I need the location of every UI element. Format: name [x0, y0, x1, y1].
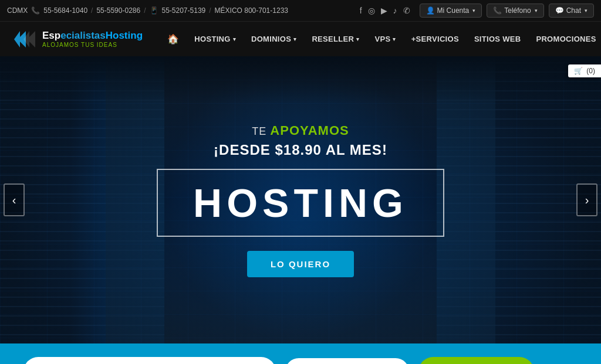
phone-mx: MÉXICO 800-701-1233 [215, 6, 288, 15]
domain-input-wrap: www. .com .mx .net .org .info .biz [23, 357, 276, 365]
nav-servicios[interactable]: +SERVICIOS [404, 30, 466, 48]
chevron-down-icon: ▾ [233, 36, 236, 42]
hero-section: 🛒 (0) ‹ › TE APOYAMOS ¡DESDE $18.90 AL M… [0, 56, 601, 343]
nav-promociones[interactable]: PROMOCIONES [529, 30, 601, 48]
domain-search-button[interactable]: 🔍 BUSCAR DOMINIO [284, 357, 410, 365]
tiktok-icon[interactable]: ♪ [393, 6, 397, 15]
logo[interactable]: EspecialistasHosting ALOJAMOS TUS IDEAS [12, 26, 143, 52]
chevron-down-icon: ▾ [393, 36, 396, 42]
cdmx-label: CDMX [7, 6, 28, 15]
chat-label: Chat [566, 6, 581, 15]
nav-links: 🏠 HOSTING ▾ DOMINIOS ▾ RESELLER ▾ VPS ▾ … [160, 29, 601, 49]
logo-text: EspecialistasHosting ALOJAMOS TUS IDEAS [42, 30, 143, 48]
phone2: 55-5590-0286 [96, 6, 140, 15]
hero-cta-button[interactable]: LO QUIERO [247, 251, 354, 277]
cart-icon: 🛒 [574, 67, 583, 75]
nav-hosting[interactable]: HOSTING ▾ [187, 30, 243, 48]
domain-transfer-button[interactable]: ⇄ Transferir Dominio [418, 357, 534, 365]
instagram-icon[interactable]: ◎ [368, 6, 375, 15]
user-icon: 👤 [426, 6, 435, 15]
hero-price: ¡DESDE $18.90 AL MES! [214, 142, 387, 158]
chevron-down-icon: ▾ [293, 36, 296, 42]
phone-icon: 📞 [31, 6, 40, 15]
social-icons: f ◎ ▶ ♪ ✆ [360, 6, 410, 15]
contact-info: CDMX 📞 55-5684-1040 / 55-5590-0286 / 📱 5… [7, 6, 288, 15]
mi-cuenta-label: Mi Cuenta [437, 6, 470, 15]
top-bar-right: f ◎ ▶ ♪ ✆ 👤 Mi Cuenta ▾ 📞 Teléfono ▾ 💬 C… [360, 4, 594, 18]
nav-reseller[interactable]: RESELLER ▾ [305, 30, 366, 48]
nav-home[interactable]: 🏠 [160, 29, 186, 49]
hero-main-title: HOSTING [193, 183, 408, 223]
telefono-label: Teléfono [504, 6, 531, 15]
logo-name: EspecialistasHosting [42, 30, 143, 42]
phone-icon: 📞 [493, 6, 502, 15]
mi-cuenta-button[interactable]: 👤 Mi Cuenta ▾ [420, 4, 482, 18]
navbar: EspecialistasHosting ALOJAMOS TUS IDEAS … [0, 21, 601, 56]
nav-vps[interactable]: VPS ▾ [367, 30, 403, 48]
facebook-icon[interactable]: f [360, 6, 362, 15]
logo-slogan: ALOJAMOS TUS IDEAS [42, 42, 143, 48]
chevron-down-icon: ▾ [585, 8, 588, 13]
phone3: 55-5207-5139 [162, 6, 206, 15]
chevron-down-icon: ▾ [472, 8, 475, 13]
chevron-down-icon: ▾ [356, 36, 359, 42]
whatsapp-icon: 📱 [150, 6, 158, 15]
hero-content: TE APOYAMOS ¡DESDE $18.90 AL MES! HOSTIN… [0, 56, 601, 343]
nav-dominios[interactable]: DOMINIOS ▾ [244, 30, 303, 48]
top-bar: CDMX 📞 55-5684-1040 / 55-5590-0286 / 📱 5… [0, 0, 601, 21]
telefono-button[interactable]: 📞 Teléfono ▾ [487, 4, 543, 18]
chat-icon: 💬 [555, 6, 564, 15]
cart-count: (0) [586, 67, 595, 75]
hero-box: HOSTING [157, 169, 444, 237]
cart-badge[interactable]: 🛒 (0) [568, 64, 601, 77]
chat-button[interactable]: 💬 Chat ▾ [549, 4, 594, 18]
chevron-down-icon: ▾ [535, 8, 538, 13]
hero-highlight: APOYAMOS [270, 123, 349, 138]
phone1: 55-5684-1040 [43, 6, 87, 15]
carousel-prev-button[interactable]: ‹ [4, 183, 25, 216]
whatsapp-icon[interactable]: ✆ [403, 6, 410, 15]
domain-bar: www. .com .mx .net .org .info .biz 🔍 BUS… [0, 343, 601, 364]
logo-icon [12, 26, 38, 52]
nav-sitios[interactable]: SITIOS WEB [467, 30, 528, 48]
carousel-next-button[interactable]: › [576, 183, 597, 216]
hero-subtitle: TE APOYAMOS [252, 123, 349, 138]
youtube-icon[interactable]: ▶ [381, 6, 387, 15]
